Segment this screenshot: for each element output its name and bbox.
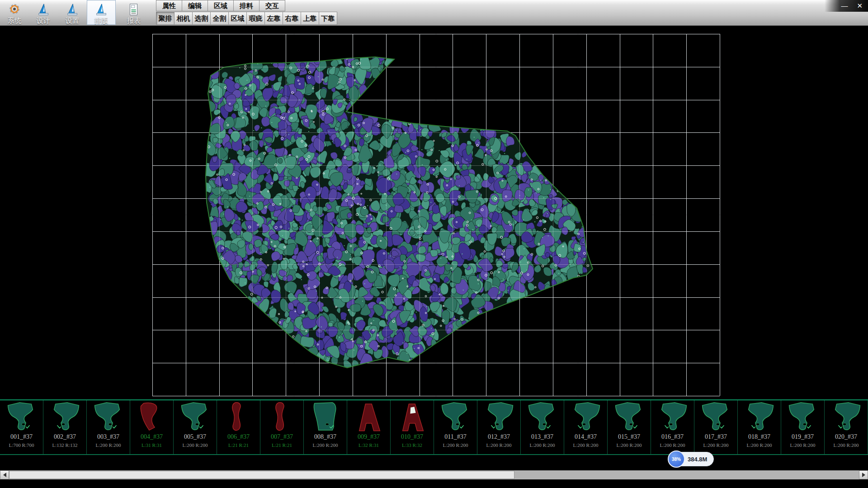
piece-thumbnail[interactable]: 002_#37L:132 R:132 <box>43 400 87 454</box>
piece-thumbnail[interactable]: 017_#37L:200 R:200 <box>694 400 738 454</box>
gear-icon <box>8 2 21 17</box>
close-button[interactable]: ✕ <box>857 0 863 11</box>
piece-thumbnail[interactable]: 003_#37L:200 R:200 <box>87 400 130 454</box>
top-toolbar: 系统设计设置排版报表 属性编辑区域排料交互 聚排相机选割全割区域瑕疵左靠右靠上靠… <box>0 0 868 26</box>
piece-label: 012_#37 <box>488 433 510 441</box>
piece-shape-icon <box>264 401 301 433</box>
horizontal-scrollbar[interactable] <box>0 470 868 479</box>
tool-button-9[interactable]: 下靠 <box>319 12 337 25</box>
piece-info: L:200 R:200 <box>96 442 121 448</box>
piece-thumbnail[interactable]: 013_#37L:200 R:200 <box>521 400 564 454</box>
piece-info: L:21 R:21 <box>228 442 249 448</box>
piece-shape-icon <box>524 401 561 433</box>
main-button-group: 系统设计设置排版报表 <box>0 0 148 26</box>
piece-shape-icon <box>828 401 865 433</box>
tool-button-5[interactable]: 瑕疵 <box>246 12 265 25</box>
piece-info: L:200 R:200 <box>747 442 772 448</box>
piece-label: 018_#37 <box>748 433 770 441</box>
scroll-right-arrow-icon <box>862 473 865 477</box>
piece-info: L:21 R:21 <box>272 442 292 448</box>
pieces-panel: 001_#37L:700 R:700002_#37L:132 R:132003_… <box>0 399 868 455</box>
piece-thumbnail[interactable]: 012_#37L:200 R:200 <box>477 400 521 454</box>
scroll-left-arrow-icon <box>3 473 6 477</box>
piece-thumbnail[interactable]: 010_#37L:33 R:32 <box>391 400 434 454</box>
report-icon <box>127 2 141 17</box>
piece-label: 009_#37 <box>358 433 380 441</box>
piece-info: L:200 R:200 <box>703 442 729 448</box>
menu-tab-3[interactable]: 排料 <box>233 0 259 11</box>
piece-label: 014_#37 <box>575 433 597 441</box>
piece-shape-icon <box>567 401 604 433</box>
main-button-system[interactable]: 系统 <box>0 0 29 25</box>
piece-thumbnail[interactable]: 007_#37L:21 R:21 <box>260 400 304 454</box>
piece-thumbnail[interactable]: 020_#37L:200 R:200 <box>825 400 868 454</box>
menu-tab-0[interactable]: 属性 <box>156 0 182 11</box>
piece-shape-icon <box>437 401 474 433</box>
menu-tab-2[interactable]: 区域 <box>208 0 234 11</box>
piece-thumbnail[interactable]: 016_#37L:200 R:200 <box>651 400 694 454</box>
piece-shape-icon <box>220 401 257 433</box>
main-button-label: 排版 <box>94 17 108 24</box>
piece-shape-icon <box>177 401 214 433</box>
application-window: 系统设计设置排版报表 属性编辑区域排料交互 聚排相机选割全割区域瑕疵左靠右靠上靠… <box>0 0 868 488</box>
layout-icon <box>94 2 108 17</box>
piece-thumbnail[interactable]: 011_#37L:200 R:200 <box>434 400 477 454</box>
piece-shape-icon <box>133 401 170 433</box>
memory-pill: 38% 384.8M <box>669 452 714 466</box>
scroll-right-button[interactable] <box>859 470 868 479</box>
tool-button-6[interactable]: 左靠 <box>264 12 283 25</box>
piece-info: L:200 R:200 <box>443 442 468 448</box>
piece-label: 008_#37 <box>314 433 336 441</box>
piece-thumbnail[interactable]: 001_#37L:700 R:700 <box>0 400 43 454</box>
piece-thumbnail[interactable]: 004_#37L:31 R:31 <box>130 400 174 454</box>
design-icon <box>37 2 50 17</box>
piece-thumbnail[interactable]: 008_#37L:200 R:200 <box>304 400 347 454</box>
tool-button-1[interactable]: 相机 <box>174 12 193 25</box>
progress-value: 38% <box>672 457 681 462</box>
piece-thumbnail[interactable]: 018_#37L:200 R:200 <box>738 400 781 454</box>
piece-info: L:200 R:200 <box>313 442 338 448</box>
main-button-report[interactable]: 报表 <box>119 0 148 25</box>
piece-label: 005_#37 <box>184 433 206 441</box>
piece-shape-icon <box>394 401 431 433</box>
piece-thumbnail[interactable]: 015_#37L:200 R:200 <box>608 400 651 454</box>
piece-shape-icon <box>784 401 821 433</box>
tool-button-2[interactable]: 选割 <box>192 12 211 25</box>
main-button-label: 设置 <box>66 17 79 24</box>
piece-thumbnail[interactable]: 005_#37L:200 R:200 <box>174 400 217 454</box>
main-button-settings[interactable]: 设置 <box>58 0 87 25</box>
minimize-button[interactable]: — <box>841 0 848 11</box>
nesting-canvas[interactable] <box>0 26 868 399</box>
main-button-label: 报表 <box>127 17 141 24</box>
main-button-label: 设计 <box>37 17 50 24</box>
piece-thumbnail[interactable]: 019_#37L:200 R:200 <box>781 400 825 454</box>
tool-button-8[interactable]: 上靠 <box>301 12 319 25</box>
piece-info: L:31 R:31 <box>142 442 162 448</box>
piece-label: 006_#37 <box>227 433 250 441</box>
piece-label: 017_#37 <box>705 433 727 441</box>
piece-info: L:200 R:200 <box>530 442 555 448</box>
piece-label: 007_#37 <box>271 433 293 441</box>
scroll-left-button[interactable] <box>0 470 9 479</box>
piece-label: 010_#37 <box>401 433 423 441</box>
tool-button-0[interactable]: 聚排 <box>156 12 175 25</box>
piece-thumbnail[interactable]: 009_#37L:32 R:31 <box>347 400 391 454</box>
piece-shape-icon <box>741 401 778 433</box>
tool-button-7[interactable]: 右靠 <box>283 12 301 25</box>
main-button-label: 系统 <box>8 17 21 24</box>
main-button-design[interactable]: 设计 <box>29 0 58 25</box>
piece-thumbnail[interactable]: 014_#37L:200 R:200 <box>564 400 608 454</box>
tool-button-4[interactable]: 区域 <box>228 12 247 25</box>
main-button-layout[interactable]: 排版 <box>87 0 116 25</box>
piece-shape-icon <box>350 401 387 433</box>
piece-info: L:200 R:200 <box>617 442 642 448</box>
piece-shape-icon <box>481 401 518 433</box>
window-controls: — ✕ <box>825 0 868 12</box>
piece-thumbnail[interactable]: 006_#37L:21 R:21 <box>217 400 260 454</box>
tool-button-3[interactable]: 全割 <box>210 12 229 25</box>
piece-info: L:32 R:31 <box>359 442 379 448</box>
piece-label: 013_#37 <box>531 433 553 441</box>
menu-tab-4[interactable]: 交互 <box>259 0 285 11</box>
scrollbar-thumb[interactable] <box>9 471 514 479</box>
menu-tab-1[interactable]: 编辑 <box>182 0 208 11</box>
